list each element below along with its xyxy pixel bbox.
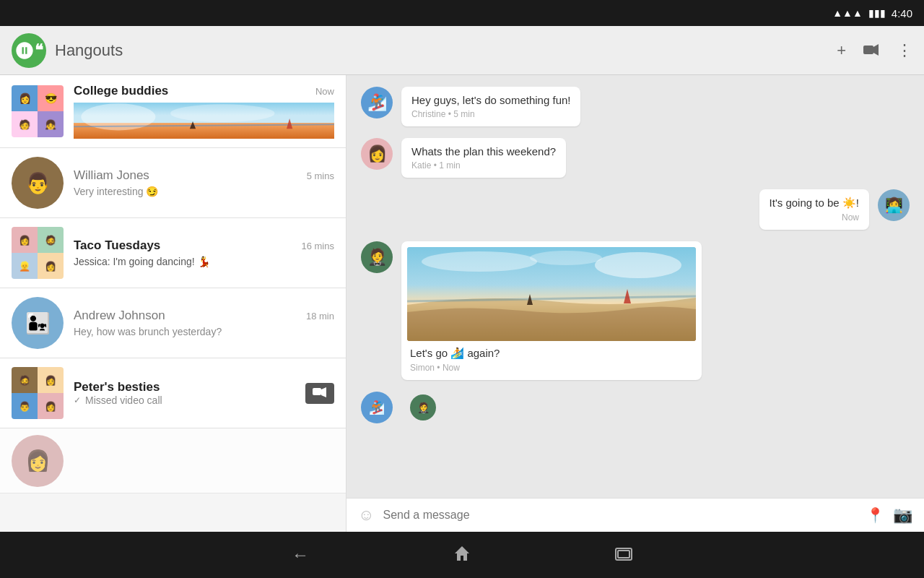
message-meta: Katie • 1 min <box>411 160 556 171</box>
message-bubble-sent: It's going to be ☀️! Now <box>759 189 869 230</box>
message-photo-bubble: Let's go 🏄 again? Simon • Now <box>401 241 702 380</box>
conversation-time: Now <box>315 86 334 97</box>
message-meta: Now <box>770 212 859 223</box>
message-input[interactable] <box>383 509 858 522</box>
conversation-name: Peter's besties <box>74 380 160 394</box>
status-icons: ▲▲▲ ▮▮▮ 4:40 <box>832 7 912 20</box>
emoji-button[interactable]: ☺ <box>358 506 374 525</box>
conversation-name: William Jones <box>74 168 149 183</box>
conversation-avatar-partial: 👩 <box>12 435 64 487</box>
conversation-avatar-andrew-johnson: 👨‍👧 <box>12 297 64 349</box>
camera-button[interactable]: 📷 <box>893 506 912 525</box>
conversation-avatar-peters-besties: 🧔 👩 👨 👩 <box>12 367 64 419</box>
svg-point-15 <box>530 251 602 265</box>
message-avatar-katie: 👩 <box>361 138 393 170</box>
chat-panel: 🏂 Hey guys, let's do something fun! Chri… <box>346 75 924 532</box>
home-button[interactable] <box>453 545 471 565</box>
wifi-icon: ▲▲▲ <box>832 7 863 19</box>
chat-messages: 🏂 Hey guys, let's do something fun! Chri… <box>346 75 924 498</box>
typing-avatar-1: 🏂 <box>361 392 393 423</box>
conversation-item-william-jones[interactable]: 👨 William Jones 5 mins Very interesting … <box>0 148 346 218</box>
svg-rect-21 <box>618 551 629 558</box>
conversation-avatar-taco-tuesdays: 👩 🧔 👱 👩 <box>12 227 64 279</box>
clock: 4:40 <box>892 7 912 20</box>
typing-indicators: 🏂 🤵 <box>361 392 910 423</box>
conversation-item-partial[interactable]: 👩 <box>0 428 346 493</box>
conversation-preview: Hey, how was brunch yesterday? <box>74 326 334 337</box>
status-bar: ▲▲▲ ▮▮▮ 4:40 <box>0 0 924 26</box>
message-text: Hey guys, let's do something fun! <box>411 94 570 106</box>
back-button[interactable]: ← <box>292 545 309 565</box>
message-item-photo: 🤵 <box>361 241 702 380</box>
conversation-item-andrew-johnson[interactable]: 👨‍👧 Andrew Johnson 18 min Hey, how was b… <box>0 288 346 358</box>
message-bubble: Whats the plan this weekend? Katie • 1 m… <box>401 138 566 178</box>
conversation-avatar-william-jones: 👨 <box>12 157 64 209</box>
conversation-time: 16 mins <box>301 241 334 251</box>
message-avatar-simon: 🤵 <box>361 241 393 273</box>
navigation-bar: ← <box>0 532 924 578</box>
conversation-time: 5 mins <box>307 171 334 181</box>
video-call-badge[interactable] <box>305 383 334 404</box>
svg-marker-11 <box>321 387 326 397</box>
conversation-list: 👩 😎 🧑 👧 College buddies Now <box>0 75 346 532</box>
beach-photo <box>407 247 696 341</box>
conversation-image-preview <box>74 103 334 139</box>
svg-marker-2 <box>873 44 879 56</box>
typing-avatar-2: 🤵 <box>410 394 436 420</box>
message-text: It's going to be ☀️! <box>770 197 859 210</box>
location-button[interactable]: 📍 <box>866 506 884 524</box>
conversation-info-andrew-johnson: Andrew Johnson 18 min Hey, how was brunc… <box>74 309 334 337</box>
chat-input-bar: ☺ 📍 📷 <box>346 498 924 532</box>
main-content: 👩 😎 🧑 👧 College buddies Now <box>0 75 924 532</box>
message-item-sent: 👩‍💻 It's going to be ☀️! Now <box>759 189 910 230</box>
message-avatar-christine: 🏂 <box>361 87 393 118</box>
conversation-item-college-buddies[interactable]: 👩 😎 🧑 👧 College buddies Now <box>0 75 346 148</box>
svg-point-14 <box>422 251 537 272</box>
svg-text:": " <box>17 45 23 58</box>
message-avatar-self: 👩‍💻 <box>878 189 910 221</box>
conversation-name: Taco Tuesdays <box>74 238 160 253</box>
conversation-info-college-buddies: College buddies Now <box>74 84 334 139</box>
message-bubble: Hey guys, let's do something fun! Christ… <box>401 87 580 126</box>
svg-point-13 <box>595 252 681 278</box>
message-meta: Simon • Now <box>407 363 696 374</box>
svg-rect-1 <box>863 46 873 54</box>
conversation-info-peters-besties: Peter's besties ✓ Missed video call <box>74 380 334 406</box>
missed-call-indicator: ✓ Missed video call <box>74 394 162 406</box>
video-call-button[interactable] <box>863 41 879 60</box>
conversation-info-william-jones: William Jones 5 mins Very interesting 😏 <box>74 168 334 197</box>
app-bar-actions: + ⋮ <box>837 41 912 60</box>
svg-rect-10 <box>313 388 321 395</box>
app-logo: " ❝ <box>12 33 46 68</box>
conversation-name: College buddies <box>74 84 168 98</box>
more-options-button[interactable]: ⋮ <box>897 41 912 60</box>
message-item: 🏂 Hey guys, let's do something fun! Chri… <box>361 87 580 126</box>
battery-icon: ▮▮▮ <box>868 7 886 19</box>
add-conversation-button[interactable]: + <box>837 41 846 60</box>
conversation-item-peters-besties[interactable]: 🧔 👩 👨 👩 Peter's besties ✓ Missed video c… <box>0 358 346 428</box>
svg-point-6 <box>170 104 274 122</box>
app-title: Hangouts <box>55 41 837 60</box>
recents-button[interactable] <box>615 545 632 565</box>
conversation-name: Andrew Johnson <box>74 309 165 323</box>
missed-call-text: Missed video call <box>85 394 162 406</box>
conversation-preview: Jessica: I'm going dancing! 💃 <box>74 256 334 267</box>
conversation-info-taco-tuesdays: Taco Tuesdays 16 mins Jessica: I'm going… <box>74 238 334 267</box>
conversation-time: 18 min <box>306 311 334 322</box>
message-item: 👩 Whats the plan this weekend? Katie • 1… <box>361 138 566 178</box>
message-text: Whats the plan this weekend? <box>411 145 556 158</box>
app-bar: " ❝ Hangouts + ⋮ <box>0 26 924 75</box>
svg-marker-19 <box>455 546 469 561</box>
conversation-avatar-college-buddies: 👩 😎 🧑 👧 <box>12 85 64 137</box>
conversation-preview: Very interesting 😏 <box>74 186 334 197</box>
conversation-item-taco-tuesdays[interactable]: 👩 🧔 👱 👩 Taco Tuesdays 16 mins Jessica: I… <box>0 218 346 288</box>
message-meta: Christine • 5 min <box>411 109 570 119</box>
message-text: Let's go 🏄 again? <box>407 347 696 363</box>
hangouts-logo-icon: " <box>14 40 35 61</box>
